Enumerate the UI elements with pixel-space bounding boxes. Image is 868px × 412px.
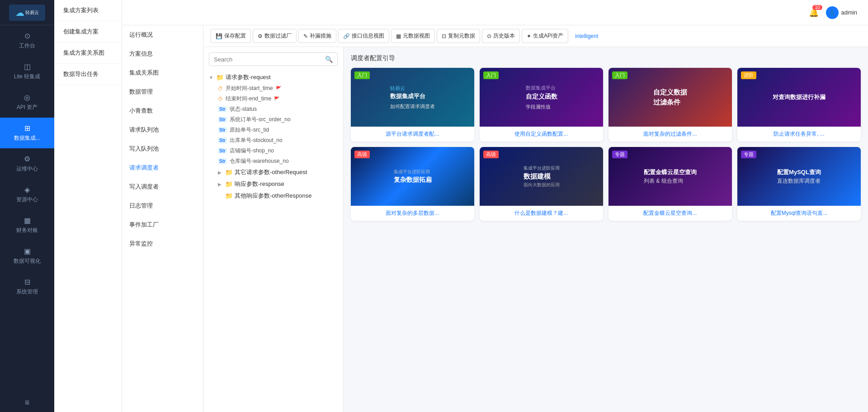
interface-view-button[interactable]: 🔗 接口信息视图 bbox=[338, 29, 389, 43]
avatar-icon: 👤 bbox=[829, 9, 835, 16]
toolbar: 💾 保存配置 ⚙ 数据过滤厂 ✎ 补漏措施 🔗 接口信息视图 bbox=[203, 25, 868, 47]
tree-child-warehouse-no[interactable]: Str 仓库编号-warehouse_no bbox=[218, 156, 338, 166]
badge-7: 专题 bbox=[612, 151, 627, 158]
third-sidebar-solution-info[interactable]: 方案信息 bbox=[122, 44, 203, 63]
child-label-end-time: 结束时间-end_time bbox=[226, 95, 271, 103]
copy-meta-button[interactable]: ⊡ 复制元数据 bbox=[437, 29, 480, 43]
child-label-status: 状态-status bbox=[230, 105, 257, 113]
time-icon-end: ⏱ bbox=[218, 96, 223, 102]
sidebar-item-system[interactable]: ⊟ 系统管理 bbox=[0, 271, 54, 302]
guide-card-img-7: 专题 配置金蝶云星空查询 列表 & 组合查询 bbox=[609, 147, 732, 206]
tree-child-start-time[interactable]: ⏱ 开始时间-start_time 🚩 bbox=[218, 83, 338, 94]
tree-child-src-order-no[interactable]: Str 系统订单号-src_order_no bbox=[218, 114, 338, 125]
guide-card-1[interactable]: 入门 轻易云 数据集成平台 如何配置请求调度者 源平台请求调度者配... bbox=[351, 68, 474, 142]
interface-view-label: 接口信息视图 bbox=[352, 32, 384, 40]
finance-icon: ▦ bbox=[24, 216, 31, 225]
user-menu[interactable]: 👤 admin bbox=[826, 6, 857, 19]
tree-expand-arrow: ▼ bbox=[209, 75, 214, 80]
guide-card-8[interactable]: 专题 配置MySQL查询 直连数据库调度者 配置Mysql查询语句直... bbox=[737, 147, 861, 221]
history-button[interactable]: ⊙ 历史版本 bbox=[482, 29, 520, 43]
second-sidebar-data-export[interactable]: 数据导出任务 bbox=[54, 64, 122, 85]
second-sidebar-solution-relation[interactable]: 集成方案关系图 bbox=[54, 43, 122, 64]
third-sidebar-integration-relation[interactable]: 集成关系图 bbox=[122, 63, 203, 82]
tree-response[interactable]: ▶ 📁 响应参数-response bbox=[209, 178, 338, 190]
third-sidebar-data-management[interactable]: 数据管理 bbox=[122, 82, 203, 101]
sidebar-item-finance[interactable]: ▦ 财务对账 bbox=[0, 210, 54, 241]
sidebar-item-resources[interactable]: ◈ 资源中心 bbox=[0, 179, 54, 210]
third-sidebar-run-overview[interactable]: 运行概况 bbox=[122, 25, 203, 44]
avatar: 👤 bbox=[826, 6, 839, 19]
gen-api-button[interactable]: ✦ 生成API资产 bbox=[522, 29, 568, 43]
interface-icon: 🔗 bbox=[343, 33, 350, 39]
tree-child-stockout-no[interactable]: Str 出库单号-stockout_no bbox=[218, 135, 338, 146]
supplement-button[interactable]: ✎ 补漏措施 bbox=[298, 29, 336, 43]
intelligent-button[interactable]: intelligent bbox=[570, 30, 603, 43]
search-box: 🔍 bbox=[209, 52, 338, 66]
tree-other-request[interactable]: ▶ 📁 其它请求参数-otherRequest bbox=[209, 166, 338, 178]
save-config-button[interactable]: 💾 保存配置 bbox=[211, 29, 251, 43]
card-title-3a: 自定义数据 bbox=[653, 87, 687, 98]
tree-child-end-time[interactable]: ⏱ 结束时间-end_time 🚩 bbox=[218, 94, 338, 104]
type-badge-shop-no: Str bbox=[218, 148, 227, 154]
tree-other-response[interactable]: 📁 其他响应参数-otherResponse bbox=[209, 190, 338, 202]
tree-child-shop-no[interactable]: Str 店铺编号-shop_no bbox=[218, 146, 338, 156]
gen-api-label: 生成API资产 bbox=[533, 32, 563, 40]
badge-1: 入门 bbox=[354, 71, 370, 79]
save-icon: 💾 bbox=[216, 33, 222, 39]
third-sidebar-small-query[interactable]: 小青查数 bbox=[122, 101, 203, 120]
third-sidebar-request-moderator[interactable]: 请求调度者 bbox=[122, 158, 203, 177]
type-badge-src-tid: Str bbox=[218, 127, 227, 133]
second-sidebar-create-solution[interactable]: 创建集成方案 bbox=[54, 21, 122, 43]
response-arrow: ▶ bbox=[218, 182, 223, 187]
resources-icon: ◈ bbox=[24, 185, 30, 194]
tree-child-src-tid[interactable]: Str 原始单号-src_tid bbox=[218, 125, 338, 135]
guide-card-6[interactable]: 高级 集成平台进阶应用 数据建模 面向大数据的应用 什么是数据建模？建... bbox=[480, 147, 603, 221]
child-label-src-tid: 原始单号-src_tid bbox=[230, 126, 269, 134]
sidebar-item-workbench[interactable]: ⊙ 工作台 bbox=[0, 25, 54, 56]
guide-card-7[interactable]: 专题 配置金蝶云星空查询 列表 & 组合查询 配置金蝶云星空查询... bbox=[609, 147, 732, 221]
guide-card-img-2: 入门 数据集成平台 自定义函数 学段属性值 bbox=[480, 68, 603, 127]
third-sidebar-exception-monitor[interactable]: 异常监控 bbox=[122, 234, 203, 253]
meta-view-button[interactable]: ▦ 元数据视图 bbox=[391, 29, 435, 43]
badge-4: 进阶 bbox=[741, 71, 756, 79]
search-icon[interactable]: 🔍 bbox=[325, 56, 333, 63]
child-label-src-order-no: 系统订单号-src_order_no bbox=[230, 116, 291, 123]
history-label: 历史版本 bbox=[493, 32, 515, 40]
card-title-1a: 轻易云 bbox=[390, 85, 435, 92]
card-title-1b: 数据集成平台 bbox=[390, 92, 435, 101]
third-sidebar-write-queue[interactable]: 写入队列池 bbox=[122, 139, 203, 158]
sidebar-item-visualization[interactable]: ▣ 数据可视化 bbox=[0, 241, 54, 271]
tree-child-status[interactable]: Str 状态-status bbox=[218, 104, 338, 114]
third-sidebar-log-management[interactable]: 日志管理 bbox=[122, 196, 203, 215]
gen-api-icon: ✦ bbox=[527, 33, 531, 39]
guide-card-caption-8: 配置Mysql查询语句直... bbox=[737, 206, 861, 221]
badge-5: 高级 bbox=[354, 151, 370, 158]
guide-card-3[interactable]: 入门 自定义数据 过滤条件 面对复杂的过滤条件... bbox=[609, 68, 732, 142]
sidebar-label-lite: Lite 轻集成 bbox=[14, 73, 41, 81]
guide-card-img-3: 入门 自定义数据 过滤条件 bbox=[609, 68, 732, 127]
badge-2: 入门 bbox=[483, 71, 499, 79]
guide-card-img-1: 入门 轻易云 数据集成平台 如何配置请求调度者 bbox=[351, 68, 474, 127]
second-sidebar: 集成方案列表 创建集成方案 集成方案关系图 数据导出任务 bbox=[54, 0, 122, 412]
folder-icon-other-request: 📁 bbox=[225, 169, 233, 176]
tree-root[interactable]: ▼ 📁 请求参数-request bbox=[209, 71, 338, 83]
third-sidebar-event-factory[interactable]: 事件加工厂 bbox=[122, 215, 203, 234]
guide-card-2[interactable]: 入门 数据集成平台 自定义函数 学段属性值 使用自定义函数配置... bbox=[480, 68, 603, 142]
guide-card-img-8: 专题 配置MySQL查询 直连数据库调度者 bbox=[737, 147, 861, 206]
sidebar-item-lite[interactable]: ◫ Lite 轻集成 bbox=[0, 56, 54, 87]
sidebar-item-api[interactable]: ◎ API 资产 bbox=[0, 87, 54, 118]
sidebar-item-data-integration[interactable]: ⊞ 数据集成... bbox=[0, 118, 54, 148]
data-filter-button[interactable]: ⚙ 数据过滤厂 bbox=[253, 29, 297, 43]
sidebar-label-system: 系统管理 bbox=[16, 288, 38, 296]
notification-bell[interactable]: 🔔 10 bbox=[809, 8, 819, 18]
guide-card-4[interactable]: 进阶 对查询数据进行补漏 防止请求任务异常, ... bbox=[737, 68, 861, 142]
search-input[interactable] bbox=[214, 56, 322, 63]
sidebar-footer-toggle[interactable]: ≡ bbox=[0, 393, 54, 412]
sidebar-item-ops[interactable]: ⚙ 运维中心 bbox=[0, 148, 54, 179]
intelligent-label: intelligent bbox=[575, 33, 598, 39]
second-sidebar-solution-list[interactable]: 集成方案列表 bbox=[54, 0, 122, 21]
badge-6: 高级 bbox=[483, 151, 499, 158]
third-sidebar-write-moderator[interactable]: 写入调度者 bbox=[122, 177, 203, 196]
third-sidebar-request-queue[interactable]: 请求队列池 bbox=[122, 120, 203, 139]
guide-card-5[interactable]: 高级 集成平台进阶应用 复杂数据拓扁 面对复杂的多层数据... bbox=[351, 147, 474, 221]
